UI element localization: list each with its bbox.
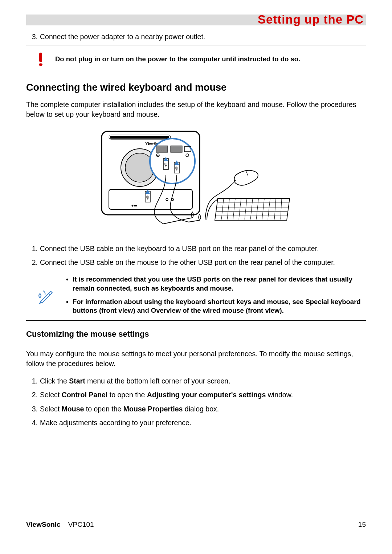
step-text: Click the Start menu at the bottom left … xyxy=(40,376,366,386)
section-heading: Connecting the wired keyboard and mouse xyxy=(26,82,366,93)
svg-rect-16 xyxy=(171,146,182,152)
step-number: 3. xyxy=(29,404,40,414)
svg-point-14 xyxy=(150,139,195,184)
svg-rect-0 xyxy=(39,53,42,62)
svg-point-12 xyxy=(132,205,134,206)
connection-illustration: ViewSon ψ ψ xyxy=(26,128,366,233)
step-text: Connect the USB cable on the keyboard to… xyxy=(40,244,366,253)
step-text: Connect the USB cable on the mouse to th… xyxy=(40,258,366,267)
svg-rect-5 xyxy=(110,136,169,139)
section-intro: You may configure the mouse settings to … xyxy=(26,349,366,368)
section-intro: The complete computer installation inclu… xyxy=(26,100,366,119)
warning-text: Do not plug in or turn on the power to t… xyxy=(55,55,366,64)
svg-rect-15 xyxy=(156,146,168,152)
page-title: Setting up the PC xyxy=(258,13,364,26)
svg-point-1 xyxy=(39,63,42,66)
note-text: For information about using the keyboard… xyxy=(73,297,366,316)
subsection-heading: Customizing the mouse settings xyxy=(26,329,366,339)
step-number: 2. xyxy=(29,258,40,267)
step-text: Make adjustments according to your prefe… xyxy=(40,418,366,427)
divider xyxy=(26,320,366,321)
bullet-icon: • xyxy=(66,275,73,293)
svg-text:ψ: ψ xyxy=(146,194,150,200)
note-icon xyxy=(26,275,66,317)
divider xyxy=(26,73,366,73)
footer-model-value: VPC101 xyxy=(68,521,94,528)
step-number: 3. xyxy=(29,32,40,41)
svg-rect-9 xyxy=(109,189,192,209)
footer-model xyxy=(62,521,68,528)
bullet-icon: • xyxy=(66,297,73,316)
step-text: Select Mouse to open the Mouse Propertie… xyxy=(40,404,366,414)
step-number: 4. xyxy=(29,418,40,427)
page-footer: ViewSonic VPC101 15 xyxy=(26,521,366,529)
warning-box: Do not plug in or turn on the power to t… xyxy=(26,45,366,73)
step-number: 1. xyxy=(29,376,40,386)
step-number: 2. xyxy=(29,390,40,399)
footer-brand: ViewSonic xyxy=(26,521,61,528)
step-text: Connect the power adapter to a nearby po… xyxy=(40,32,366,41)
svg-point-19 xyxy=(158,155,159,156)
note-text: It is recommended that you use the USB p… xyxy=(73,275,366,293)
svg-text:ψ: ψ xyxy=(175,165,179,171)
svg-text:ψ: ψ xyxy=(164,162,168,167)
header-bar: Setting up the PC xyxy=(26,15,366,25)
keyboard-icon xyxy=(207,198,290,220)
step-text: Select Control Panel to open the Adjusti… xyxy=(40,390,366,399)
svg-rect-13 xyxy=(134,205,137,206)
note-box: • It is recommended that you use the USB… xyxy=(26,272,366,321)
step-number: 1. xyxy=(29,244,40,253)
page-number: 15 xyxy=(358,521,366,529)
warning-icon xyxy=(26,52,55,66)
